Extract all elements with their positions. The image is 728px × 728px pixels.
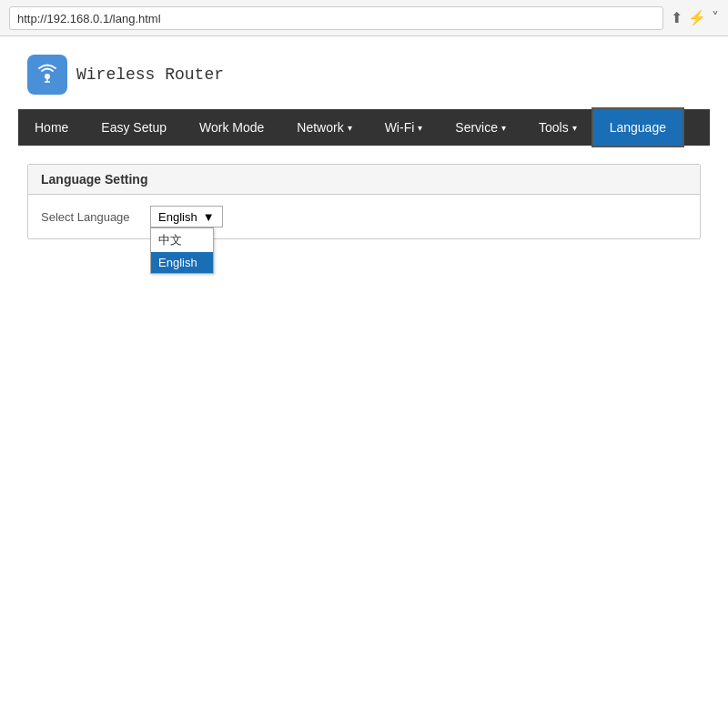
- language-select-container: English ▼ 中文 English: [150, 206, 223, 228]
- wifi-dropdown-arrow: ▾: [418, 123, 422, 133]
- router-header: Wireless Router: [18, 55, 710, 95]
- nav-item-easy-setup[interactable]: Easy Setup: [85, 109, 183, 146]
- nav-label-tools: Tools: [539, 120, 569, 135]
- nav-item-language[interactable]: Language: [593, 109, 682, 146]
- nav-label-language: Language: [610, 120, 666, 135]
- select-current-value: English: [158, 210, 197, 224]
- browser-icons: ⬆ ⚡ ˅: [671, 9, 719, 26]
- router-icon: [27, 55, 67, 95]
- select-arrow: ▼: [203, 210, 215, 224]
- nav-item-tools[interactable]: Tools ▾: [522, 109, 593, 146]
- form-label: Select Language: [41, 210, 132, 224]
- router-title: Wireless Router: [76, 66, 224, 84]
- page-content: Wireless Router Home Easy Setup Work Mod…: [0, 36, 728, 728]
- share-icon[interactable]: ⬆: [671, 9, 682, 26]
- nav-label-work-mode: Work Mode: [199, 120, 264, 135]
- form-row: Select Language English ▼ 中文 English: [28, 195, 700, 238]
- nav-label-home: Home: [35, 120, 68, 135]
- nav-item-wifi[interactable]: Wi-Fi ▾: [369, 109, 440, 146]
- nav-label-service: Service: [455, 120, 498, 135]
- nav-label-network: Network: [297, 120, 343, 135]
- url-bar[interactable]: http://192.168.0.1/lang.html: [9, 6, 663, 30]
- nav-label-easy-setup: Easy Setup: [101, 120, 167, 135]
- section-title: Language Setting: [28, 165, 700, 195]
- main-content: Language Setting Select Language English…: [27, 164, 701, 239]
- nav-item-network[interactable]: Network ▾: [280, 109, 368, 146]
- language-dropdown: 中文 English: [150, 228, 214, 274]
- language-select-display[interactable]: English ▼: [150, 206, 223, 228]
- nav-label-wifi: Wi-Fi: [385, 120, 415, 135]
- service-dropdown-arrow: ▾: [501, 123, 506, 133]
- tools-dropdown-arrow: ▾: [572, 123, 577, 133]
- option-chinese[interactable]: 中文: [151, 228, 213, 252]
- navbar: Home Easy Setup Work Mode Network ▾ Wi-F…: [18, 109, 710, 146]
- chevron-down-icon[interactable]: ˅: [712, 9, 719, 26]
- nav-item-work-mode[interactable]: Work Mode: [183, 109, 280, 146]
- nav-item-home[interactable]: Home: [18, 109, 85, 146]
- nav-item-service[interactable]: Service ▾: [439, 109, 522, 146]
- browser-bar: http://192.168.0.1/lang.html ⬆ ⚡ ˅: [0, 0, 728, 36]
- option-english[interactable]: English: [151, 252, 213, 273]
- network-dropdown-arrow: ▾: [348, 123, 352, 133]
- lightning-icon[interactable]: ⚡: [688, 9, 706, 26]
